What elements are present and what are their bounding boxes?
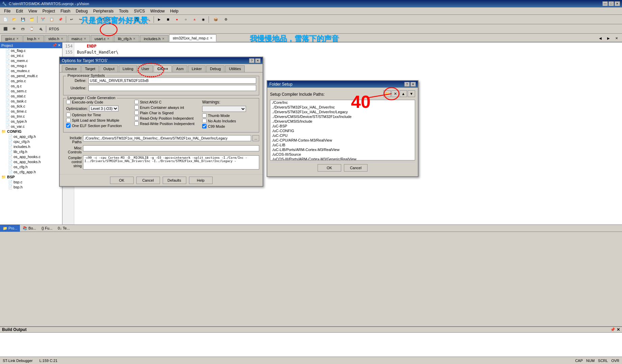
- undefine-input[interactable]: [88, 85, 256, 91]
- settings-btn[interactable]: ⚙: [222, 16, 230, 23]
- plugin-btn[interactable]: 🔌: [36, 25, 45, 33]
- tab-usart[interactable]: usart.c ✕: [91, 35, 113, 42]
- save-btn[interactable]: 💾: [19, 16, 27, 23]
- tab-utilities[interactable]: Utilities: [225, 65, 244, 72]
- copy-btn[interactable]: 📋: [48, 16, 56, 23]
- menu-window[interactable]: Window: [147, 8, 167, 14]
- open-btn[interactable]: 📂: [10, 16, 18, 23]
- folder-path-cmsis-device[interactable]: ../Drivers/CMSIS/Device/ST/STM32F1xx/Inc…: [270, 114, 415, 119]
- tab-main-close[interactable]: ✕: [84, 37, 86, 40]
- load-btn[interactable]: ⬆️: [87, 16, 96, 23]
- project-close-btn[interactable]: ✕: [58, 43, 61, 48]
- folder-path-uc-cpu-arm[interactable]: ./uC-CPU/ARM-Cortex-M3/RealView: [270, 138, 415, 143]
- project-item-os-cfg-app[interactable]: 📄os_cfg_app.h: [0, 170, 62, 175]
- read-only-check[interactable]: [134, 116, 139, 120]
- stop-btn[interactable]: ⬛: [133, 16, 141, 23]
- rebuild-btn[interactable]: 🔨: [124, 16, 132, 23]
- project-item-os-mutex[interactable]: 📄os_mutex.c: [0, 68, 62, 73]
- folder-cancel-btn[interactable]: Cancel: [344, 164, 368, 172]
- options-help-btn[interactable]: ?: [249, 58, 254, 63]
- project-item-os-app-hooks-h[interactable]: 📄os_app_hooks.h: [0, 159, 62, 164]
- redo-btn[interactable]: ↪: [76, 16, 84, 23]
- one-elf-check[interactable]: [66, 123, 71, 128]
- menu-svcs[interactable]: SVCS: [131, 8, 148, 14]
- undo-btn[interactable]: ↩: [67, 16, 76, 23]
- menu-tools[interactable]: Tools: [116, 8, 131, 14]
- build-output-close[interactable]: ✕: [617, 327, 620, 332]
- tab-libcfg[interactable]: lib_cfg.h ✕: [114, 35, 139, 42]
- project-item-os-app-cfg[interactable]: 📄os_app_cfg.h: [0, 134, 62, 139]
- folder-down-btn[interactable]: ▼: [408, 90, 415, 97]
- nav-tab-functions[interactable]: {} Fu...: [39, 225, 55, 232]
- options-defaults-btn[interactable]: Defaults: [163, 177, 186, 184]
- tab-includes[interactable]: includes.h ✕: [140, 35, 168, 42]
- build-output-pin[interactable]: 📌: [610, 327, 615, 332]
- paste-btn[interactable]: 📌: [56, 16, 64, 23]
- tab-stdio-close[interactable]: ✕: [61, 37, 63, 40]
- optimization-select[interactable]: Level 3 (-O3): [89, 105, 118, 112]
- view-btn[interactable]: 👁: [10, 25, 18, 33]
- options-ok-btn[interactable]: OK: [110, 177, 134, 184]
- tab-libcfg-close[interactable]: ✕: [133, 37, 136, 40]
- optimize-time-check[interactable]: [66, 113, 71, 117]
- folder-delete-btn[interactable]: ✕: [391, 90, 399, 97]
- tab-halmsp[interactable]: stm32f1xx_hal_msp.c ✕: [169, 34, 216, 42]
- debug-stop-btn[interactable]: ⏹: [164, 16, 172, 23]
- project-item-os-sem[interactable]: 📄os_sem.c: [0, 89, 62, 94]
- folder-ok-btn[interactable]: OK: [318, 164, 341, 172]
- tab-user[interactable]: User: [138, 65, 153, 72]
- project-item-os-var[interactable]: 📄os_var.c: [0, 124, 62, 129]
- execute-only-check[interactable]: [66, 100, 71, 104]
- include-paths-browse[interactable]: ...: [252, 135, 259, 141]
- thumb-mode-check[interactable]: [202, 113, 207, 118]
- new-file-btn[interactable]: 📄: [1, 16, 9, 23]
- close-button[interactable]: ✕: [615, 1, 620, 6]
- tab-gpio[interactable]: gpio.c ✕: [1, 35, 23, 42]
- include-paths-input[interactable]: [83, 135, 251, 141]
- misc-controls-input[interactable]: [83, 145, 259, 151]
- tab-cc[interactable]: C/C++: [154, 65, 172, 72]
- project-folder-bsp[interactable]: 📁 BSP: [0, 175, 62, 180]
- folder-add-btn[interactable]: 📁: [383, 90, 391, 97]
- menu-file[interactable]: File: [1, 8, 13, 14]
- tab-gpio-close[interactable]: ✕: [16, 37, 19, 40]
- define-input[interactable]: [88, 78, 256, 84]
- project-item-cpu-cfg[interactable]: 📄cpu_cfg.h: [0, 139, 62, 144]
- tab-device[interactable]: Device: [62, 65, 81, 72]
- enum-container-check[interactable]: [134, 105, 139, 110]
- read-write-check[interactable]: [134, 121, 139, 126]
- trace-btn[interactable]: 🔺: [190, 16, 198, 23]
- debug-start-btn[interactable]: ▶: [155, 16, 163, 23]
- tab-debug[interactable]: Debug: [206, 65, 224, 72]
- mem-btn[interactable]: 🗃: [19, 25, 27, 33]
- tab-output[interactable]: Output: [100, 65, 118, 72]
- project-item-os-mem[interactable]: 📄os_mem.c: [0, 58, 62, 63]
- tab-listing[interactable]: Listing: [119, 65, 137, 72]
- folder-path-uc-lib-ports[interactable]: ./uC-LIB/Ports/ARM-Cortex-M3/RealView: [270, 147, 415, 152]
- options-help-btn[interactable]: Help: [189, 177, 213, 184]
- project-item-os-pend[interactable]: 📄os_pend_multi.c: [0, 73, 62, 79]
- tab-halmsp-close[interactable]: ✕: [210, 36, 213, 40]
- options-close-btn[interactable]: ✕: [255, 58, 261, 63]
- run-btn[interactable]: ●: [173, 16, 181, 23]
- tab-main[interactable]: main.c ✕: [68, 35, 90, 42]
- tab-target[interactable]: Target: [81, 65, 99, 72]
- tab-usart-close[interactable]: ✕: [107, 37, 110, 40]
- target-btn[interactable]: 📦: [210, 16, 221, 23]
- trace2-btn[interactable]: ◉: [199, 16, 207, 23]
- folder-path-core[interactable]: ./Core/Inc: [270, 100, 415, 105]
- folder-close-btn[interactable]: ✕: [410, 82, 416, 87]
- project-item-os-stat[interactable]: 📄os_stat.c: [0, 94, 62, 99]
- project-item-bsp-h[interactable]: 📄bsp.h: [0, 185, 62, 190]
- project-item-os-tmr[interactable]: 📄os_tmr.c: [0, 114, 62, 119]
- menu-edit[interactable]: Edit: [13, 8, 26, 14]
- tab-includes-close[interactable]: ✕: [162, 37, 165, 40]
- minimize-button[interactable]: —: [602, 1, 608, 6]
- strict-ansi-check[interactable]: [134, 100, 139, 104]
- project-folder-config[interactable]: 📁 CONFIG: [0, 129, 62, 134]
- menu-project[interactable]: Project: [40, 8, 58, 14]
- folder-path-uc-lib[interactable]: ./uC-LIB: [270, 143, 415, 147]
- project-item-os-int[interactable]: 📄os_int.c: [0, 53, 62, 58]
- project-item-os-flag[interactable]: 📄os_flag.c: [0, 48, 62, 53]
- tab-linker[interactable]: Linker: [188, 65, 206, 72]
